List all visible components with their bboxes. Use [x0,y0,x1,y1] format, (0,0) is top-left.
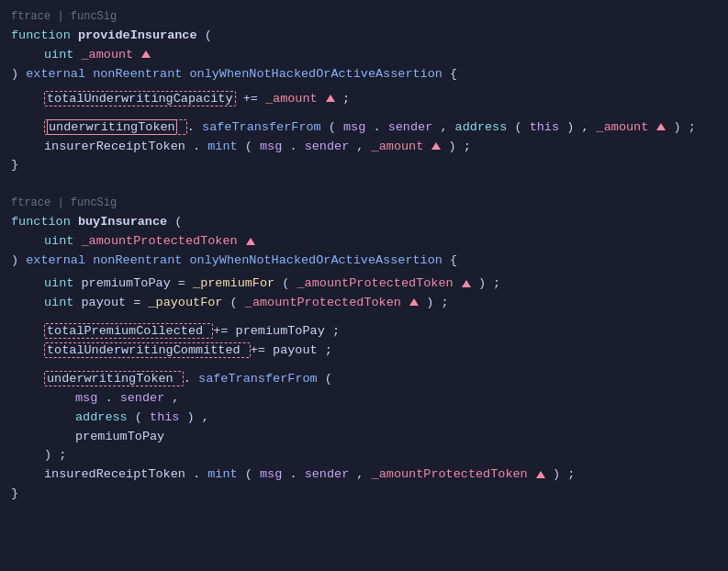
premium-arg-line: premiumToPay [11,428,717,447]
total-underwriting-committed-line: totalUnderwritingCommitted += payout ; [11,341,717,361]
modifiers-line-2: ) external nonReentrant onlyWhenNotHacke… [11,252,717,271]
param-line-2: uint _amountProtectedToken [11,232,717,252]
total-underwriting-line: totalUnderwritingCapacity += _amount ; [11,90,717,109]
msg-sender-arg-line: msg . sender , [11,389,717,409]
amount-ref-1: _amount [265,92,318,106]
amount-ref-2: _amount [597,120,649,134]
modifiers-line-1: ) external nonReentrant onlyWhenNotHacke… [11,65,717,84]
param-line-1: uint _amount [11,46,717,65]
param-amount-1: _amount [82,48,134,62]
arrow-icon-4 [431,142,441,150]
method-safe-transfer-2: safeTransferFrom [198,372,318,386]
arrow-icon-6 [462,280,471,287]
underwriting-token-line: underwritingToken . safeTransferFrom ( m… [11,118,717,138]
var-total-premium: totalPremiumCollected [44,323,213,339]
close-brace-2: } [11,485,717,504]
function-declare-1: function provideInsurance ( [11,27,717,46]
method-safe-transfer-1: safeTransferFrom [202,120,321,134]
meta-line-2: ftrace | funcSig [11,194,717,213]
underwriting-token-line-2: underwritingToken . safeTransferFrom ( [11,370,717,389]
param-type-1: uint [44,48,73,62]
close-paren-transfer: ) ; [11,446,717,465]
var-total-underwriting-committed: totalUnderwritingCommitted [44,342,251,358]
method-mint-1: mint [207,140,237,153]
arrow-icon-7 [409,298,419,306]
premium-to-pay-line: uint premiumToPay = _premiumFor ( _amoun… [11,274,717,294]
address-this-arg-line: address ( this ) , [11,409,717,428]
insurer-receipt-line: insurerReceiptToken . mint ( msg . sende… [11,138,717,157]
var-insurer-receipt: insurerReceiptToken [44,140,185,153]
var-insured-receipt: insuredReceiptToken [44,467,185,481]
function-declare-2: function buyInsurance ( [11,213,717,232]
amount-ref-3: _amount [372,140,424,153]
method-mint-2: mint [207,467,237,481]
total-premium-line: totalPremiumCollected += premiumToPay ; [11,322,717,341]
meta-line-1: ftrace | funcSig [11,7,717,27]
arrow-icon-3 [656,123,666,130]
arrow-icon-2 [326,95,335,102]
keyword-function-2: function [11,215,71,229]
var-underwriting-token-2: underwritingToken [44,371,184,386]
arrow-icon-1 [141,50,151,58]
keyword-function-1: function [11,28,71,42]
param-amount-protected: _amountProtectedToken [82,234,238,248]
payout-line: uint payout = _payoutFor ( _amountProtec… [11,294,717,313]
arrow-icon-5 [246,238,255,245]
insured-receipt-line: insuredReceiptToken . mint ( msg . sende… [11,465,717,485]
close-brace-1: } [11,156,717,175]
code-container: ftrace | funcSig function provideInsuran… [0,0,728,511]
fn-name-2: buyInsurance [78,215,167,229]
var-underwriting-token-1: underwritingToken [44,119,187,135]
fn-name-1: provideInsurance [78,28,197,42]
arrow-icon-8 [536,471,545,478]
var-total-underwriting: totalUnderwritingCapacity [44,91,236,106]
